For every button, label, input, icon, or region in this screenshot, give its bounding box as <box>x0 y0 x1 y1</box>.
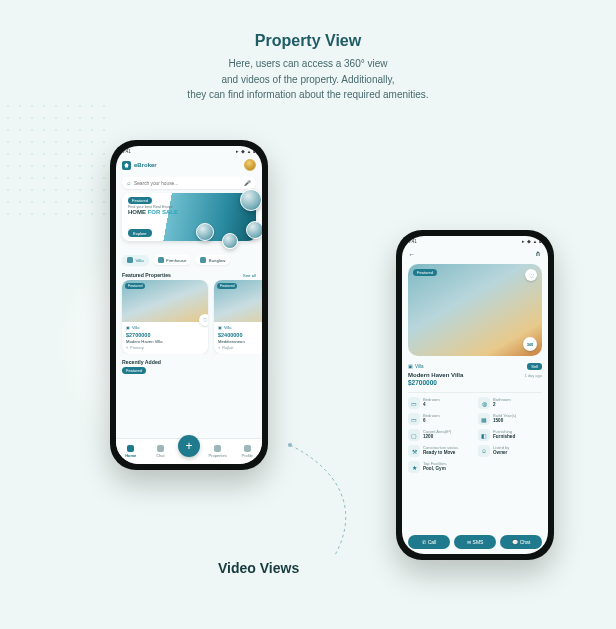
brand-logo-icon <box>122 161 131 170</box>
properties-icon <box>214 445 221 452</box>
hero-orb-icon <box>246 221 262 239</box>
bottom-video-label: Video Views <box>218 560 299 576</box>
category-label: Firmhouse <box>166 258 186 263</box>
category-chip[interactable]: Villa <box>122 255 149 265</box>
building-icon: ▣ <box>408 364 413 369</box>
card-price: $2700000 <box>126 332 204 338</box>
decorative-dots <box>0 100 110 220</box>
construction-icon: ⚒ <box>408 445 420 457</box>
nav-label: Home <box>125 453 136 458</box>
profile-icon <box>244 445 251 452</box>
svg-point-0 <box>288 443 292 447</box>
property-card[interactable]: Featured ♡ ▣Villa $2700000 Modern Haven … <box>122 280 208 354</box>
nav-label: Chat <box>156 453 164 458</box>
brand[interactable]: eBroker <box>122 161 157 170</box>
spec-item: ★Top FacilitiesPool, Gym <box>408 461 472 473</box>
hero-title-b: FOR <box>148 209 161 215</box>
search-icon: ⌕ <box>127 180 131 186</box>
category-chip[interactable]: Bunglow <box>195 255 230 265</box>
nav-label: Properties <box>208 453 226 458</box>
view-360-button[interactable]: 360 <box>523 337 537 351</box>
hero-explore-button[interactable]: Explore <box>128 229 152 237</box>
screen-detail: 9:41 ▸◆▲■ ← ⋔ Featured ♡ 360 ▣Villa Sell… <box>402 236 548 554</box>
hero-orb-icon <box>240 189 262 211</box>
chat-icon: 💬 <box>512 539 518 545</box>
featured-cards: Featured ♡ ▣Villa $2700000 Modern Haven … <box>116 280 262 354</box>
property-title-row: Modern Haven Villa 1 day ago <box>402 370 548 378</box>
spec-item: ▭Bedroom6 <box>408 413 472 425</box>
card-location: ⌖Primary <box>126 345 204 350</box>
area-icon: ▢ <box>408 429 420 441</box>
nav-chat[interactable]: Chat <box>148 445 172 458</box>
chat-button[interactable]: 💬Chat <box>500 535 542 549</box>
hero-title: HOME FOR SALE <box>128 209 178 215</box>
spec-item: ⚒Construction statusReady to Move <box>408 445 472 457</box>
spec-item: ▢Carpet Area(ft²)1200 <box>408 429 472 441</box>
status-time: 9:41 <box>122 149 131 154</box>
hero-text: Find your best Real Estate HOME FOR SALE <box>128 205 178 215</box>
spec-item: ▭Bedroom4 <box>408 397 472 409</box>
bunglow-icon <box>200 257 206 263</box>
nav-home[interactable]: Home <box>119 445 143 458</box>
page-subtitle: Here, users can access a 360° view and v… <box>0 56 616 103</box>
facilities-icon: ★ <box>408 461 420 473</box>
spec-value: 6 <box>423 418 440 423</box>
search-input[interactable] <box>134 181 241 186</box>
spec-item: ◧FurnishingFurnished <box>478 429 542 441</box>
search-bar[interactable]: ⌕ 🎤 <box>122 177 256 189</box>
status-time: 9:41 <box>408 239 417 244</box>
back-button[interactable]: ← <box>408 250 416 258</box>
section-header-featured: Featured Properties See all <box>116 267 262 280</box>
property-card[interactable]: Featured ♡ ▣Villa $2400000 Meditteranean… <box>214 280 262 354</box>
nav-label: Profile <box>242 453 253 458</box>
fab-add-button[interactable]: + <box>178 435 200 457</box>
property-price: $2700000 <box>402 378 548 390</box>
spec-value: Ready to Move <box>423 450 458 455</box>
pin-icon: ⌖ <box>218 345 220 350</box>
calendar-icon: ▦ <box>478 413 490 425</box>
featured-tag: Featured <box>413 269 437 276</box>
mic-icon[interactable]: 🎤 <box>244 180 251 186</box>
see-all-link[interactable]: See all <box>243 273 256 278</box>
avatar[interactable] <box>244 159 256 171</box>
category-chip[interactable]: Firmhouse <box>153 255 192 265</box>
card-image: Featured ♡ <box>214 280 262 322</box>
favorite-button[interactable]: ♡ <box>525 269 537 281</box>
nav-profile[interactable]: Profile <box>235 445 259 458</box>
call-button[interactable]: ✆Call <box>408 535 450 549</box>
featured-tag: Featured <box>217 283 237 289</box>
favorite-button[interactable]: ♡ <box>199 314 208 326</box>
status-bar: 9:41 ▸◆▲■ <box>402 236 548 246</box>
chat-icon <box>157 445 164 452</box>
property-hero-image[interactable]: Featured ♡ 360 <box>408 264 542 356</box>
page-title: Property View <box>0 32 616 50</box>
status-bar: 9:41 ▸◆▲■ <box>116 146 262 156</box>
brand-name: eBroker <box>134 162 157 168</box>
owner-icon: ☺ <box>478 445 490 457</box>
sms-icon: ✉ <box>467 539 471 545</box>
nav-properties[interactable]: Properties <box>206 445 230 458</box>
hero-orb-icon <box>222 233 238 249</box>
hero-orb-icon <box>196 223 214 241</box>
spec-value: Owner <box>493 450 509 455</box>
property-name: Modern Haven Villa <box>408 372 463 378</box>
hero-banner[interactable]: Featured Find your best Real Estate HOME… <box>122 193 256 241</box>
sms-button[interactable]: ✉SMS <box>454 535 496 549</box>
subtitle-line-3: they can find information about the requ… <box>187 89 428 100</box>
firmhouse-icon <box>158 257 164 263</box>
hero-title-a: HOME <box>128 209 148 215</box>
spec-value: Pool, Gym <box>423 466 447 471</box>
subtitle-line-2: and videos of the property. Additionally… <box>221 74 394 85</box>
spec-value: 1500 <box>493 418 516 423</box>
share-button[interactable]: ⋔ <box>534 250 542 258</box>
status-icons: ▸◆▲■ <box>234 149 256 154</box>
card-location: ⌖Rajkot <box>218 345 262 350</box>
spec-value: 1200 <box>423 434 451 439</box>
section-title: Featured Properties <box>122 272 171 278</box>
card-type: ▣Villa <box>218 325 262 330</box>
card-image: Featured ♡ <box>122 280 208 322</box>
building-icon: ▣ <box>126 325 130 330</box>
spec-value: Furnished <box>493 434 515 439</box>
card-name: Modern Haven Villa <box>126 339 204 344</box>
posted-ago: 1 day ago <box>524 373 542 378</box>
